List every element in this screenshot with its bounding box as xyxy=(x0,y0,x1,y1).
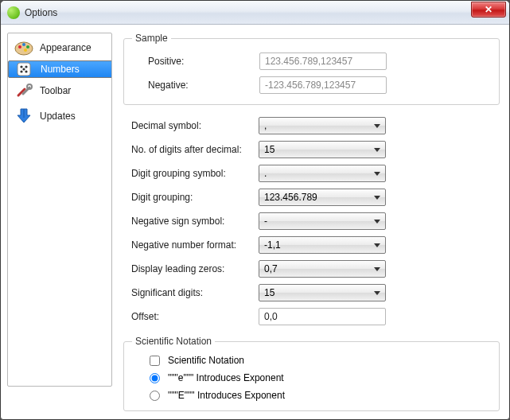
neg-sign-label: Negative sign symbol: xyxy=(131,216,259,227)
sidebar-item-numbers[interactable]: Numbers xyxy=(8,60,112,78)
title-bar: Options ✕ xyxy=(1,1,509,25)
svg-point-8 xyxy=(20,70,22,72)
neg-format-label: Negative number format: xyxy=(131,239,259,251)
offset-label: Offset: xyxy=(131,311,259,322)
palette-icon xyxy=(13,37,35,59)
sample-legend: Sample xyxy=(132,33,171,44)
exponent-upper-e-radio[interactable] xyxy=(150,391,160,401)
sidebar-item-label: Toolbar xyxy=(40,85,71,96)
sig-digits-select[interactable]: 15 xyxy=(259,284,386,301)
exponent-upper-e-label: """E""" Introduces Exponent xyxy=(168,390,285,401)
svg-point-7 xyxy=(25,65,27,68)
sidebar-item-label: Updates xyxy=(40,111,76,122)
offset-input[interactable] xyxy=(259,308,386,325)
grouping-symbol-select[interactable]: . xyxy=(259,165,386,182)
window-body: Appearance Numbers Toolbar xyxy=(1,25,509,419)
sample-group: Sample Positive: Negative: xyxy=(123,33,500,105)
sci-notation-group: Scientific Notation Scientific Notation … xyxy=(123,336,500,411)
decimal-symbol-label: Decimal symbol: xyxy=(131,120,259,131)
download-arrow-icon xyxy=(13,105,35,127)
neg-sign-select[interactable]: - xyxy=(259,212,386,230)
sidebar-item-appearance[interactable]: Appearance xyxy=(8,35,111,60)
tools-icon xyxy=(13,80,35,102)
neg-format-select[interactable]: -1,1 xyxy=(259,236,386,254)
close-button[interactable]: ✕ xyxy=(471,2,506,18)
sig-digits-label: Significant digits: xyxy=(131,287,259,298)
negative-label: Negative: xyxy=(132,80,259,91)
sidebar-item-label: Numbers xyxy=(41,64,80,75)
decimal-symbol-select[interactable]: , xyxy=(259,117,386,134)
exponent-lower-e-radio[interactable] xyxy=(150,373,160,383)
svg-point-10 xyxy=(22,68,25,70)
options-window: Options ✕ Appearance Numbers xyxy=(0,0,510,420)
grouping-symbol-label: Digit grouping symbol: xyxy=(131,168,259,179)
leading-zeros-label: Display leading zeros: xyxy=(131,263,259,274)
svg-point-4 xyxy=(24,49,27,52)
main-panel: Sample Positive: Negative: Decimal symbo… xyxy=(119,25,509,419)
digit-grouping-select[interactable]: 123.456.789 xyxy=(259,189,386,206)
sidebar-item-updates[interactable]: Updates xyxy=(8,103,111,129)
sidebar-item-label: Appearance xyxy=(40,42,91,53)
sci-legend: Scientific Notation xyxy=(132,336,215,347)
digit-grouping-label: Digit grouping: xyxy=(131,192,259,203)
positive-label: Positive: xyxy=(132,56,259,67)
sci-notation-check-label: Scientific Notation xyxy=(168,355,244,366)
number-settings: Decimal symbol: , No. of digits after de… xyxy=(123,113,500,329)
svg-point-1 xyxy=(18,45,21,49)
negative-value xyxy=(259,76,387,94)
svg-point-9 xyxy=(25,70,27,72)
digits-after-select[interactable]: 15 xyxy=(259,141,386,158)
sci-notation-checkbox[interactable] xyxy=(150,356,160,366)
sidebar: Appearance Numbers Toolbar xyxy=(1,25,119,419)
leading-zeros-select[interactable]: 0,7 xyxy=(259,260,386,278)
close-icon: ✕ xyxy=(485,5,492,14)
sidebar-list: Appearance Numbers Toolbar xyxy=(7,33,112,387)
svg-point-6 xyxy=(20,65,22,68)
svg-point-3 xyxy=(26,45,29,49)
sidebar-item-toolbar[interactable]: Toolbar xyxy=(8,78,111,103)
app-icon xyxy=(7,6,20,19)
positive-value xyxy=(259,52,387,70)
svg-point-2 xyxy=(22,43,25,46)
digits-after-label: No. of digits after decimal: xyxy=(131,144,259,155)
exponent-lower-e-label: """e""" Introduces Exponent xyxy=(168,372,284,383)
window-title: Options xyxy=(25,7,471,18)
dice-icon xyxy=(14,58,36,80)
